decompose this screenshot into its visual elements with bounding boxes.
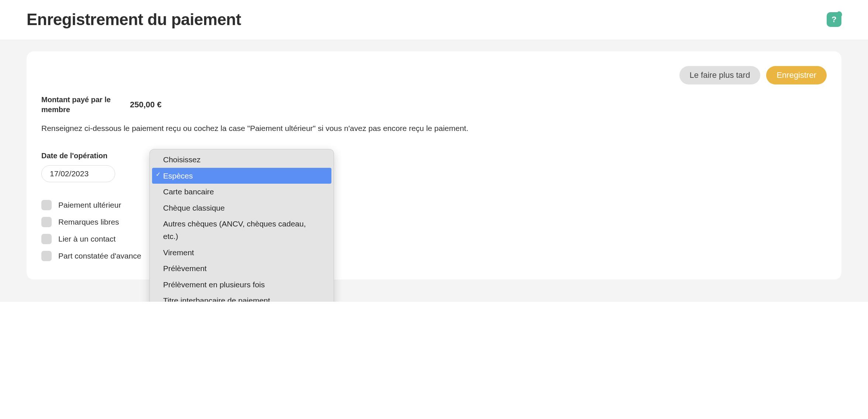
checkbox-remarks[interactable] xyxy=(41,217,52,227)
checkbox-label-remarks: Remarques libres xyxy=(58,218,119,226)
dropdown-option[interactable]: Prélèvement xyxy=(152,260,331,277)
dropdown-option[interactable]: Carte bancaire xyxy=(152,184,331,200)
checkbox-label-later: Paiement ultérieur xyxy=(58,201,121,210)
dropdown-option[interactable]: Prélèvement en plusieurs fois xyxy=(152,277,331,293)
dropdown-option[interactable]: Virement xyxy=(152,245,331,261)
checkbox-label-advance: Part constatée d'avance xyxy=(58,252,141,260)
dropdown-option[interactable]: Espèces xyxy=(152,168,331,184)
checkbox-link-contact[interactable] xyxy=(41,234,52,244)
checkbox-advance[interactable] xyxy=(41,251,52,261)
dropdown-option[interactable]: Autres chèques (ANCV, chèques cadeau, et… xyxy=(152,216,331,244)
amount-label: Montant payé par le membre xyxy=(41,95,115,115)
later-button[interactable]: Le faire plus tard xyxy=(679,66,761,84)
checkbox-later[interactable] xyxy=(41,200,52,210)
dropdown-option[interactable]: Chèque classique xyxy=(152,200,331,216)
amount-row: Montant payé par le membre 250,00 € xyxy=(41,95,827,115)
save-button[interactable]: Enregistrer xyxy=(766,66,827,84)
dropdown-option[interactable]: Choisissez xyxy=(152,152,331,168)
help-button[interactable]: ? xyxy=(827,12,841,27)
checkbox-label-link-contact: Lier à un contact xyxy=(58,235,116,243)
page-body: Le faire plus tard Enregistrer Montant p… xyxy=(0,40,868,302)
page-header: Enregistrement du paiement ? xyxy=(0,0,868,40)
payment-method-dropdown[interactable]: ChoisissezEspècesCarte bancaireChèque cl… xyxy=(149,149,334,302)
instruction-text: Renseignez ci-dessous le paiement reçu o… xyxy=(41,123,827,134)
page-title: Enregistrement du paiement xyxy=(27,10,241,29)
amount-value: 250,00 € xyxy=(130,100,162,110)
action-row: Le faire plus tard Enregistrer xyxy=(41,66,827,84)
dropdown-option[interactable]: Titre interbancaire de paiement xyxy=(152,292,331,302)
help-icon: ? xyxy=(831,15,836,24)
payment-card: Le faire plus tard Enregistrer Montant p… xyxy=(27,51,841,280)
date-input[interactable] xyxy=(41,165,115,182)
